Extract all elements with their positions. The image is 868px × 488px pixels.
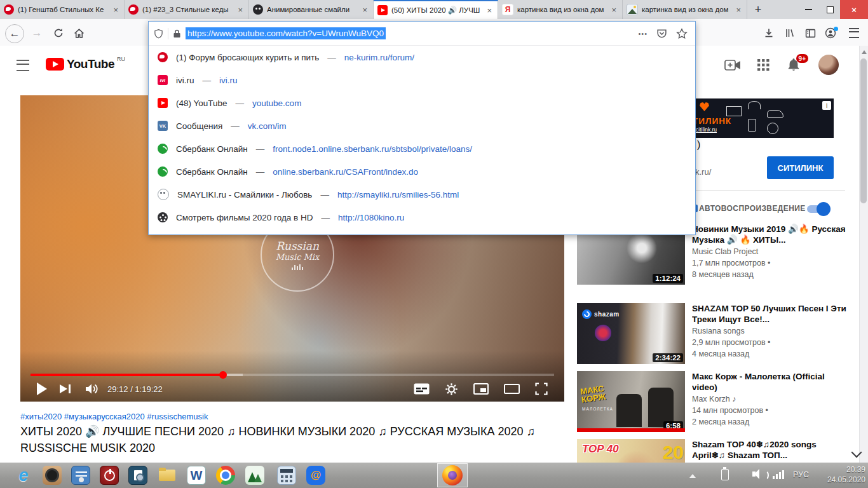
internet-explorer-shortcut[interactable]: e	[13, 465, 34, 485]
tab-yandex-images-1[interactable]: Я картинка вид из окна дом ×	[498, 0, 623, 19]
bookmark-star-icon[interactable]	[676, 28, 688, 39]
ad-info-icon[interactable]: i	[822, 101, 831, 110]
power-shortcut[interactable]	[98, 465, 120, 485]
forward-icon: →	[32, 27, 43, 39]
next-icon-bar	[69, 384, 71, 393]
next-button[interactable]	[53, 377, 77, 400]
url-input-selected-text[interactable]: https://www.youtube.com/watch?v=UWrunWuB…	[186, 27, 386, 39]
audio-player-shortcut[interactable]	[41, 465, 63, 485]
youtube-logo[interactable]: YouTube RU	[46, 57, 125, 71]
downloads-button[interactable]	[760, 24, 778, 42]
url-suggestion-1080kino[interactable]: Смотреть фильмы 2020 года в HD — http://…	[149, 206, 695, 229]
tab-label: (50) ХИТЫ 2020 🔊 ЛУЧШ	[391, 6, 481, 15]
address-bar[interactable]: https://www.youtube.com/watch?v=UWrunWuB…	[149, 22, 695, 46]
tab-youtube-active[interactable]: (50) ХИТЫ 2020 🔊 ЛУЧШ ×	[374, 0, 498, 19]
url-suggestion-youtube[interactable]: (48) YouTube — youtube.com	[149, 92, 695, 114]
tab-close-icon[interactable]: ×	[609, 5, 618, 15]
url-autocomplete-panel: https://www.youtube.com/watch?v=UWrunWuB…	[148, 21, 696, 235]
youtube-wordmark: YouTube	[67, 57, 114, 71]
sidebar-toggle-button[interactable]	[801, 24, 819, 42]
notifications-button[interactable]: 9+	[785, 59, 802, 71]
citilink-site-link[interactable]: citilink.ru	[696, 126, 717, 133]
photo-shortcut[interactable]	[244, 465, 266, 485]
url-suggestion-vk[interactable]: VK Сообщения — vk.com/im	[149, 114, 695, 137]
lock-icon[interactable]	[173, 29, 181, 38]
forum-favicon	[4, 4, 14, 15]
forward-button[interactable]: →	[28, 24, 46, 42]
tray-device-icon[interactable]	[721, 469, 729, 480]
mailru-shortcut[interactable]: @	[305, 465, 327, 485]
window-restore-button[interactable]	[820, 0, 840, 19]
tab-smileys[interactable]: Анимированные смайли ×	[249, 0, 374, 19]
youtube-apps-button[interactable]	[755, 59, 771, 71]
video-thumbnail[interactable]: МАКС КОРЖ МАЛОЛЕТКА 6:58	[577, 371, 685, 432]
taskbar-clock[interactable]: 20:39 24.05.2020	[817, 464, 865, 485]
tab-forum-1[interactable]: (1) Генштаб Стильных Ке ×	[0, 0, 125, 19]
tab-close-icon[interactable]: ×	[360, 5, 369, 15]
tracking-shield-icon[interactable]	[154, 29, 163, 39]
tab-yandex-images-2[interactable]: картинка вид из окна дом ×	[623, 0, 747, 19]
window-close-button[interactable]: ×	[840, 0, 868, 19]
theater-mode-button[interactable]	[498, 377, 526, 400]
firefox-taskbar-button[interactable]	[437, 463, 468, 487]
suggested-video-title[interactable]: Новинки Музыки 2019 🔊🔥 Русская Музыка 🔊 …	[692, 224, 848, 245]
url-suggestion-smayliki[interactable]: SMAYLIKI.ru - Смайлики - Любовь — http:/…	[149, 183, 695, 206]
youtube-guide-button[interactable]	[17, 60, 29, 71]
video-hashtags[interactable]: #хиты2020 #музыкарусская2020 #russischem…	[20, 412, 208, 421]
citilink-ad-button[interactable]: СИТИЛИНК	[767, 156, 834, 179]
tab-forum-2[interactable]: (1) #23_3 Стильные кеды ×	[125, 0, 249, 19]
scroll-up-arrow[interactable]	[862, 50, 867, 54]
suggested-video-title[interactable]: SHAZAM TOP 50 Лучших Песен I Эти Треки И…	[692, 303, 848, 325]
tray-network-icon[interactable]	[773, 469, 784, 479]
miniplayer-button[interactable]	[467, 377, 495, 400]
suggested-video-3[interactable]: МАКС КОРЖ МАЛОЛЕТКА 6:58 Макс Корж - Мал…	[575, 371, 850, 432]
settings-shortcut[interactable]	[70, 465, 92, 485]
suggestion-title: Сбербанк Онлайн	[176, 167, 248, 177]
tray-hidden-icons-button[interactable]	[689, 474, 696, 478]
library-button[interactable]	[781, 24, 799, 42]
scrollbar-thumb[interactable]	[860, 58, 867, 203]
autoplay-toggle[interactable]	[807, 205, 829, 213]
tab-close-icon[interactable]: ×	[236, 5, 245, 15]
back-button[interactable]: ←	[5, 24, 24, 43]
url-suggestion-ne-kurim[interactable]: (1) Форум бросающих курить и пить — ne-k…	[149, 46, 695, 69]
channel-name[interactable]: Max Korzh ♪	[692, 395, 848, 404]
channel-name[interactable]: Music Clab Project	[692, 247, 848, 257]
chrome-shortcut[interactable]	[215, 465, 236, 485]
url-suggestion-sberbank-2[interactable]: Сбербанк Онлайн — online.sberbank.ru/CSA…	[149, 160, 695, 183]
page-actions-icon[interactable]: •••	[638, 30, 648, 37]
pocket-icon[interactable]	[656, 28, 667, 39]
word-shortcut[interactable]: W	[186, 465, 207, 485]
suggestion-title: Сбербанк Онлайн	[176, 144, 248, 154]
video-title: ХИТЫ 2020 🔊 ЛУЧШИЕ ПЕСНИ 2020 ♫ НОВИНКИ …	[20, 423, 555, 456]
fullscreen-button[interactable]	[529, 377, 554, 400]
tab-close-icon[interactable]: ×	[734, 5, 743, 15]
smiley-favicon	[158, 189, 169, 200]
url-suggestion-sberbank-1[interactable]: Сбербанк Онлайн — front.node1.online.sbe…	[149, 137, 695, 160]
home-button[interactable]	[70, 24, 88, 42]
url-suggestion-ivi[interactable]: ivi ivi.ru — ivi.ru	[149, 69, 695, 92]
menu-button[interactable]	[845, 24, 863, 42]
channel-name[interactable]: Rusiana songs	[692, 327, 848, 336]
settings-button[interactable]	[438, 377, 465, 400]
progress-bar[interactable]	[31, 374, 554, 376]
profile-avatar[interactable]	[818, 55, 839, 75]
tab-close-icon[interactable]: ×	[111, 5, 120, 15]
suggested-video-title[interactable]: Shazam TOP 40❄♫2020 songs April❄♫ Shazam…	[692, 439, 848, 461]
suggested-video-title[interactable]: Макс Корж - Малолетка (Official video)	[692, 371, 848, 393]
volume-button[interactable]	[77, 377, 105, 400]
file-explorer-shortcut[interactable]	[156, 465, 178, 485]
language-indicator[interactable]: РУС	[793, 470, 809, 479]
subtitles-button[interactable]	[407, 377, 436, 400]
play-button[interactable]	[31, 377, 53, 400]
account-button[interactable]	[822, 24, 839, 42]
window-minimize-button[interactable]	[798, 0, 818, 19]
video-thumbnail[interactable]: shazam 2:34:22	[577, 303, 685, 364]
tab-close-icon[interactable]: ×	[485, 6, 494, 15]
create-video-button[interactable]	[724, 59, 741, 71]
suggested-video-2[interactable]: shazam 2:34:22 SHAZAM TOP 50 Лучших Песе…	[575, 303, 850, 364]
reload-button[interactable]	[50, 24, 67, 42]
device-manager-shortcut[interactable]	[127, 465, 149, 485]
new-tab-button[interactable]: +	[747, 0, 769, 19]
calculator-shortcut[interactable]	[276, 465, 297, 485]
